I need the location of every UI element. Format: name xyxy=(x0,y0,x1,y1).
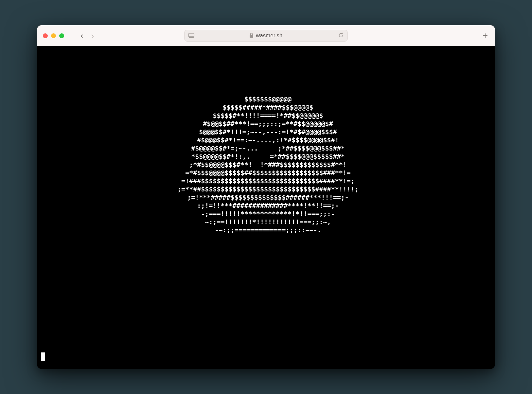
maximize-button[interactable] xyxy=(59,33,64,38)
traffic-lights xyxy=(43,33,64,38)
ascii-line: -;===!!!!!*************!*!!===;;:- xyxy=(41,210,495,218)
terminal-viewport[interactable]: $$$$$$$@@@@@$$$$$#####*####$$$@@@@$$$$$$… xyxy=(37,46,495,369)
ascii-line: :;!=!!***##############****!**!!==;- xyxy=(41,202,495,210)
svg-rect-2 xyxy=(250,35,253,38)
ascii-line: ~:;==!!!!!!!*!!!!!!!!!!!===;;:~, xyxy=(41,218,495,226)
lock-icon xyxy=(250,33,253,39)
svg-rect-0 xyxy=(189,33,194,37)
sidebar-icon[interactable] xyxy=(188,33,194,39)
forward-button[interactable]: › xyxy=(91,31,94,40)
url-text: wasmer.sh xyxy=(256,32,282,39)
minimize-button[interactable] xyxy=(51,33,56,38)
ascii-line: =!###$$$$$$$$$$$$$$$$$$$$$$$$$$$$$$####*… xyxy=(41,177,495,185)
ascii-line: #$@@@$$#*!==:~-....,:!*#$$$$@@@@$$#! xyxy=(41,136,495,144)
ascii-line: *$$@@@@$$#*!:,. =*##$$$$@@@$$$$$##* xyxy=(41,152,495,161)
ascii-line: $$$$$#**!!!!====!*##$$@@@@@$ xyxy=(41,112,495,120)
ascii-line: -~:;;=============;;;::~~-. xyxy=(41,226,495,234)
address-bar[interactable]: wasmer.sh xyxy=(184,30,348,42)
terminal-cursor xyxy=(41,352,45,361)
close-button[interactable] xyxy=(43,33,48,38)
ascii-line: ;=**##$$$$$$$$$$$$$$$$$$$$$$$$$$$$$####*… xyxy=(41,185,495,193)
ascii-line: $$$$$#####*####$$$@@@@$ xyxy=(41,103,495,112)
ascii-line: =*#$$$@@@@$$$$$##$$$$$$$$$$$$$$$$$$###**… xyxy=(41,169,495,177)
ascii-line: ;*#$$@@@@$$$#**! !*###$$$$$$$$$$$$$#**! xyxy=(41,161,495,169)
reload-button[interactable] xyxy=(338,32,344,39)
ascii-line: #$@@$$##***!==;;;::;=**#$$@@@@@$# xyxy=(41,120,495,128)
back-button[interactable]: ‹ xyxy=(80,31,83,40)
ascii-line: #$@@@@$$#*=;~-... ;*##$$$$@@@$$$##* xyxy=(41,144,495,152)
new-tab-button[interactable]: + xyxy=(483,30,488,41)
ascii-line: ;=!***#####$$$$$$$$$$$$$$######***!!!==;… xyxy=(41,193,495,202)
browser-titlebar: ‹ › wasmer.sh xyxy=(37,25,495,46)
browser-window: ‹ › wasmer.sh xyxy=(37,25,495,369)
ascii-line: $$$$$$$@@@@@ xyxy=(41,95,495,103)
ascii-art-donut: $$$$$$$@@@@@$$$$$#####*####$$$@@@@$$$$$$… xyxy=(41,95,495,234)
ascii-line: $@@@$$#*!!!=;~--,---:=!*#$#@@@@$$$# xyxy=(41,128,495,136)
navigation-arrows: ‹ › xyxy=(80,31,94,40)
